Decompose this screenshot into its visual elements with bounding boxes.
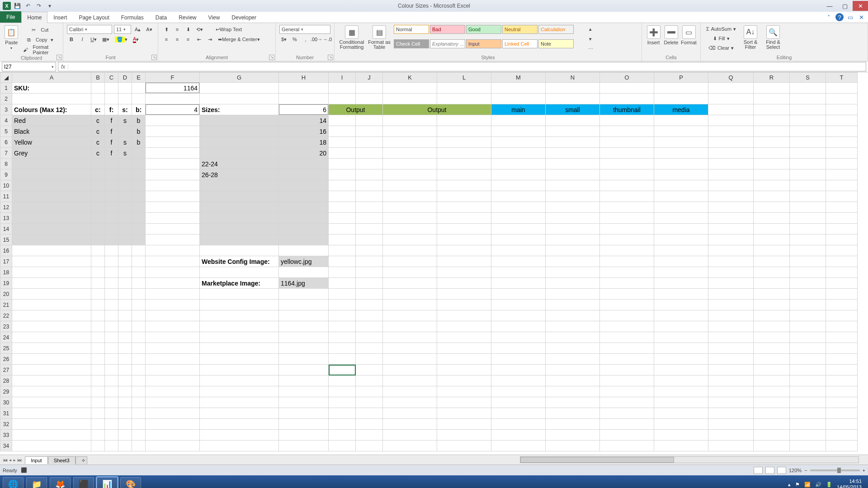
style-neutral[interactable]: Neutral <box>502 25 538 34</box>
wrap-text-button[interactable]: ↩ Wrap Text <box>214 25 244 34</box>
close-workbook-icon[interactable]: ✕ <box>857 13 865 21</box>
style-normal[interactable]: Normal <box>394 25 429 34</box>
dialog-launcher-icon[interactable]: ↘ <box>328 55 333 60</box>
tab-developer[interactable]: Developer <box>226 12 262 23</box>
italic-button[interactable]: I <box>78 35 87 44</box>
cell-H19[interactable]: 1164.jpg <box>279 278 329 289</box>
tab-view[interactable]: View <box>203 12 226 23</box>
align-left-icon[interactable]: ≡ <box>162 35 171 44</box>
column-headers[interactable]: ◢ ABCDEFGHIJKLMNOPQRST <box>0 73 858 83</box>
autosum-button[interactable]: Σ AutoSum ▾ <box>704 24 738 33</box>
qat-redo[interactable]: ↷ <box>34 1 43 10</box>
style-linked-cell[interactable]: Linked Cell <box>502 39 538 48</box>
worksheet-grid[interactable]: ◢ ABCDEFGHIJKLMNOPQRST 1 SKU: 1164 2 3 C… <box>0 72 868 455</box>
tab-home[interactable]: Home <box>21 12 47 23</box>
formula-input[interactable] <box>68 62 866 71</box>
maximize-button[interactable]: ▢ <box>837 1 853 11</box>
cell-output-1[interactable]: Output <box>329 104 383 115</box>
page-break-view-button[interactable] <box>777 467 786 474</box>
zoom-level[interactable]: 120% <box>789 468 802 473</box>
conditional-formatting-button[interactable]: ▦Conditional Formatting <box>338 24 365 53</box>
format-cells-button[interactable]: ▭Format <box>681 24 697 45</box>
dialog-launcher-icon[interactable]: ↘ <box>269 55 274 60</box>
clear-button[interactable]: ⌫ Clear ▾ <box>704 43 738 52</box>
cell-A1[interactable]: SKU: <box>12 83 91 94</box>
cell-main[interactable]: main <box>491 104 546 115</box>
number-format-combo[interactable]: General▾ <box>279 25 330 34</box>
normal-view-button[interactable] <box>754 467 763 474</box>
select-all-corner[interactable]: ◢ <box>0 73 12 83</box>
sheet-tab-sheet3[interactable]: Sheet3 <box>48 456 75 464</box>
taskbar-explorer-icon[interactable]: 📁 <box>26 477 47 488</box>
tab-insert[interactable]: Insert <box>47 12 73 23</box>
fill-button[interactable]: ⬇ Fill ▾ <box>704 34 738 43</box>
taskbar-paint-icon[interactable]: 🎨 <box>120 477 141 488</box>
minimize-ribbon-icon[interactable]: ˄ <box>825 13 833 21</box>
underline-button[interactable]: U▾ <box>89 35 99 44</box>
macro-record-icon[interactable]: ⬛ <box>21 467 27 473</box>
page-layout-view-button[interactable] <box>765 467 774 474</box>
style-calculation[interactable]: Calculation <box>538 25 574 34</box>
qat-save[interactable]: 💾 <box>13 1 22 10</box>
taskbar-excel-icon[interactable]: 📊 <box>97 477 118 488</box>
name-box[interactable]: I27▾ <box>2 62 56 71</box>
delete-cells-button[interactable]: ➖Delete <box>663 24 679 45</box>
cell-small[interactable]: small <box>546 104 600 115</box>
comma-format-icon[interactable]: , <box>301 35 310 44</box>
percent-format-icon[interactable]: % <box>290 35 299 44</box>
cell-thumbnail[interactable]: thumbnail <box>600 104 654 115</box>
cell-media[interactable]: media <box>654 104 708 115</box>
accounting-format-icon[interactable]: $▾ <box>279 35 288 44</box>
merge-center-button[interactable]: ⬌ Merge & Center ▾ <box>216 35 262 44</box>
decrease-decimal-icon[interactable]: →.0 <box>323 35 332 44</box>
taskbar-app-icon[interactable]: ⬛ <box>73 477 94 488</box>
dialog-launcher-icon[interactable]: ↘ <box>57 55 62 60</box>
align-center-icon[interactable]: ≡ <box>173 35 182 44</box>
increase-decimal-icon[interactable]: .00→ <box>312 35 321 44</box>
cell-G3[interactable]: Sizes: <box>200 104 279 115</box>
cut-button[interactable]: ✂ Cut <box>21 25 59 34</box>
align-top-icon[interactable]: ⬆ <box>162 25 171 34</box>
tab-formulas[interactable]: Formulas <box>115 12 150 23</box>
style-bad[interactable]: Bad <box>430 25 465 34</box>
style-note[interactable]: Note <box>538 39 574 48</box>
tray-flag-icon[interactable]: ⚑ <box>795 482 800 488</box>
fx-icon[interactable]: fx <box>58 64 68 70</box>
tab-file[interactable]: File <box>0 11 21 23</box>
zoom-out-button[interactable]: − <box>804 468 807 473</box>
style-gallery-up-icon[interactable]: ▴ <box>586 24 595 33</box>
find-select-button[interactable]: 🔍Find & Select <box>763 24 783 52</box>
qat-undo[interactable]: ↶ <box>24 1 33 10</box>
align-middle-icon[interactable]: ≡ <box>173 25 182 34</box>
style-check-cell[interactable]: Check Cell <box>394 39 429 48</box>
style-input[interactable]: Input <box>466 39 501 48</box>
taskbar-firefox-icon[interactable]: 🦊 <box>50 477 71 488</box>
orientation-icon[interactable]: ⟲▾ <box>194 25 205 34</box>
zoom-slider[interactable] <box>810 469 860 471</box>
style-good[interactable]: Good <box>466 25 501 34</box>
copy-button[interactable]: ⧉ Copy ▾ <box>21 35 59 44</box>
fill-color-button[interactable]: 🪣▾ <box>113 35 129 44</box>
dialog-launcher-icon[interactable]: ↘ <box>151 55 157 60</box>
tray-up-icon[interactable]: ▴ <box>788 482 791 488</box>
minimize-button[interactable]: — <box>822 1 837 11</box>
align-bottom-icon[interactable]: ⬇ <box>184 25 193 34</box>
cell-output-2[interactable]: Output <box>383 104 491 115</box>
horizontal-scrollbar[interactable] <box>520 456 859 463</box>
tab-data[interactable]: Data <box>150 12 173 23</box>
cell-F1[interactable]: 1164 <box>146 83 200 94</box>
cell-H3[interactable]: 6 <box>279 104 329 115</box>
style-explanatory[interactable]: Explanatory ... <box>430 39 465 48</box>
zoom-in-button[interactable]: + <box>863 468 865 473</box>
tab-review[interactable]: Review <box>173 12 202 23</box>
help-icon[interactable]: ? <box>835 13 844 21</box>
paste-button[interactable]: 📋 Paste▾ <box>4 24 19 54</box>
sort-filter-button[interactable]: A↓Sort & Filter <box>741 24 760 52</box>
close-button[interactable]: ✕ <box>853 1 868 11</box>
new-sheet-button[interactable]: ✧ <box>75 456 87 465</box>
font-name-combo[interactable]: Calibri▾ <box>67 25 112 34</box>
align-right-icon[interactable]: ≡ <box>184 35 193 44</box>
font-size-combo[interactable]: 11▾ <box>114 25 131 34</box>
qat-customize[interactable]: ▾ <box>45 1 54 10</box>
tray-volume-icon[interactable]: 🔊 <box>815 482 821 488</box>
